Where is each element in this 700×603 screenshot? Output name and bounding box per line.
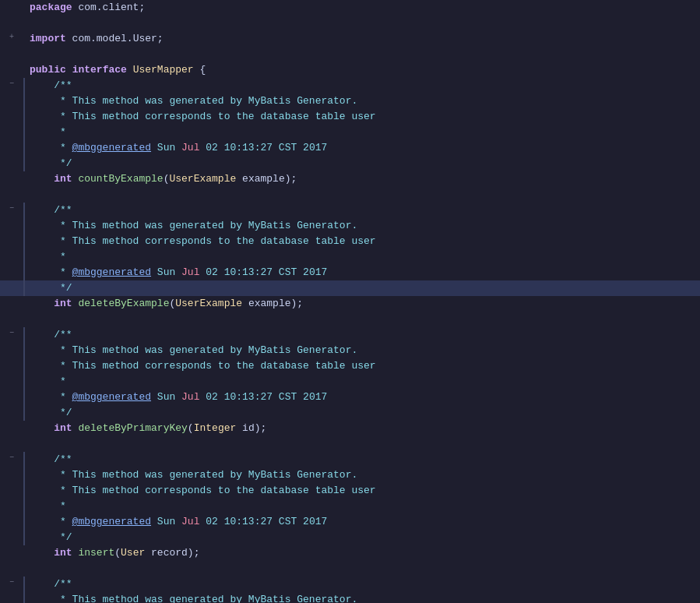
- fold-collapse-icon[interactable]: −: [6, 577, 17, 587]
- fold-border: [23, 358, 25, 374]
- code-line: [0, 436, 700, 452]
- line-content: /**: [26, 452, 700, 467]
- fold-collapse-icon[interactable]: −: [6, 203, 17, 213]
- line-content: * @mbggenerated Sun Jul 02 10:13:27 CST …: [26, 140, 700, 156]
- code-line: */: [0, 530, 700, 545]
- fold-border: [23, 467, 25, 483]
- code-line: [0, 312, 700, 327]
- line-content: /**: [26, 203, 700, 218]
- annotation-link[interactable]: @mbggenerated: [72, 266, 151, 278]
- code-line: − /**: [0, 452, 700, 467]
- line-content: public interface UserMapper {: [26, 62, 700, 78]
- line-gutter: [0, 93, 23, 104]
- fold-border: [23, 390, 25, 405]
- line-gutter: [0, 358, 23, 369]
- line-gutter: −: [0, 78, 23, 89]
- code-line: */: [0, 405, 700, 421]
- fold-empty: [6, 374, 17, 385]
- line-content: [26, 436, 700, 452]
- line-gutter: −: [0, 577, 23, 587]
- annotation-link[interactable]: @mbggenerated: [72, 516, 151, 527]
- fold-border: [23, 499, 25, 514]
- code-line: * This method was generated by MyBatis G…: [0, 218, 700, 234]
- fold-border: [23, 577, 25, 592]
- code-line: − /**: [0, 203, 700, 218]
- fold-empty: [6, 545, 17, 556]
- line-gutter: [0, 0, 23, 11]
- code-line: − /**: [0, 327, 700, 343]
- fold-expand-icon[interactable]: +: [6, 31, 17, 42]
- fold-empty: [6, 358, 17, 369]
- line-content: *: [26, 125, 700, 140]
- line-gutter: −: [0, 203, 23, 213]
- line-content: package com.client;: [26, 0, 700, 16]
- fold-border: [23, 234, 25, 249]
- fold-border: [23, 140, 25, 156]
- line-gutter: [0, 374, 23, 385]
- line-content: * This method corresponds to the databas…: [26, 483, 700, 499]
- line-content: [26, 312, 700, 327]
- fold-border: [23, 125, 25, 140]
- line-content: /**: [26, 577, 700, 592]
- line-gutter: [0, 514, 23, 525]
- fold-empty: [6, 343, 17, 354]
- fold-empty: [6, 156, 17, 167]
- fold-border: [23, 374, 25, 390]
- line-gutter: [0, 312, 23, 323]
- fold-empty: [6, 530, 17, 541]
- line-content: int countByExample(UserExample example);: [26, 171, 700, 187]
- fold-border: [23, 592, 25, 603]
- line-content: /**: [26, 78, 700, 93]
- code-line: [0, 561, 700, 577]
- line-gutter: [0, 62, 23, 73]
- fold-empty: [6, 592, 17, 603]
- fold-border: [23, 156, 25, 171]
- code-line: *: [0, 499, 700, 514]
- fold-empty: [6, 109, 17, 120]
- fold-empty: [6, 47, 17, 58]
- code-line: int deleteByPrimaryKey(Integer id);: [0, 421, 700, 436]
- line-content: * This method was generated by MyBatis G…: [26, 467, 700, 483]
- code-line: package com.client;: [0, 0, 700, 16]
- line-content: * This method corresponds to the databas…: [26, 358, 700, 374]
- annotation-link[interactable]: @mbggenerated: [72, 142, 151, 153]
- code-line: * @mbggenerated Sun Jul 02 10:13:27 CST …: [0, 140, 700, 156]
- line-content: * @mbggenerated Sun Jul 02 10:13:27 CST …: [26, 514, 700, 530]
- line-gutter: [0, 405, 23, 416]
- line-content: int deleteByPrimaryKey(Integer id);: [26, 421, 700, 436]
- line-gutter: [0, 343, 23, 354]
- fold-empty: [6, 421, 17, 432]
- fold-empty: [6, 296, 17, 307]
- line-gutter: [0, 545, 23, 556]
- fold-border: [23, 280, 25, 296]
- fold-empty: [6, 265, 17, 276]
- fold-collapse-icon[interactable]: −: [6, 78, 17, 89]
- code-line: int deleteByExample(UserExample example)…: [0, 296, 700, 312]
- code-line: − /**: [0, 78, 700, 93]
- fold-border: [23, 452, 25, 467]
- fold-empty: [6, 125, 17, 136]
- line-gutter: −: [0, 452, 23, 463]
- line-content: * This method was generated by MyBatis G…: [26, 592, 700, 603]
- line-gutter: [0, 218, 23, 229]
- code-line: *: [0, 374, 700, 390]
- line-gutter: [0, 234, 23, 245]
- annotation-link[interactable]: @mbggenerated: [72, 391, 151, 403]
- fold-collapse-icon[interactable]: −: [6, 327, 17, 338]
- fold-empty: [6, 218, 17, 229]
- code-line: * This method was generated by MyBatis G…: [0, 343, 700, 358]
- line-content: [26, 16, 700, 31]
- code-line: * This method was generated by MyBatis G…: [0, 592, 700, 603]
- fold-empty: [6, 140, 17, 151]
- fold-border: [23, 78, 25, 93]
- code-line: * This method was generated by MyBatis G…: [0, 467, 700, 483]
- fold-empty: [6, 405, 17, 416]
- fold-empty: [6, 561, 17, 572]
- fold-collapse-icon[interactable]: −: [6, 452, 17, 463]
- fold-empty: [6, 234, 17, 245]
- line-content: int insert(User record);: [26, 545, 700, 561]
- line-content: import com.model.User;: [26, 31, 700, 47]
- line-gutter: [0, 280, 23, 291]
- line-gutter: [0, 483, 23, 494]
- code-line: * @mbggenerated Sun Jul 02 10:13:27 CST …: [0, 514, 700, 530]
